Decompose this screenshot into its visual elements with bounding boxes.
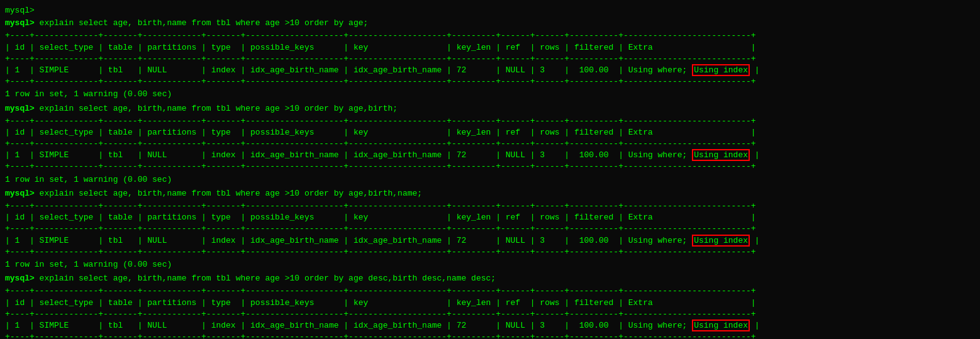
query-block-3: mysql> explain select age, birth,name fr… xyxy=(5,188,975,270)
data-row-3: | 1 | SIMPLE | tbl | NULL | index | idx_… xyxy=(5,235,975,247)
separator-bot-1: +----+-------------+-------+------------… xyxy=(5,76,975,87)
result-3: 1 row in set, 1 warning (0.00 sec) xyxy=(5,259,975,270)
sql-command-2: explain select age, birth,name from tbl … xyxy=(40,104,398,113)
query-block-4: mysql> explain select age, birth,name fr… xyxy=(5,273,975,339)
terminal: mysql> mysql> explain select age, birth,… xyxy=(5,5,975,339)
highlight-using-index-4: Using index xyxy=(692,320,750,331)
separator-mid-2: +----+-------------+-------+------------… xyxy=(5,138,975,150)
highlight-using-index-3: Using index xyxy=(692,235,750,247)
command-3: mysql> explain select age, birth,name fr… xyxy=(5,188,975,199)
query-block-1: mysql> explain select age, birth,name fr… xyxy=(5,18,975,100)
separator-top-3: +----+-------------+-------+------------… xyxy=(5,201,975,212)
initial-prompt: mysql> xyxy=(5,5,975,16)
data-row-4: | 1 | SIMPLE | tbl | NULL | index | idx_… xyxy=(5,320,975,331)
sql-command-3: explain select age, birth,name from tbl … xyxy=(40,189,423,198)
command-2: mysql> explain select age, birth,name fr… xyxy=(5,103,975,114)
separator-bot-2: +----+-------------+-------+------------… xyxy=(5,161,975,172)
result-1: 1 row in set, 1 warning (0.00 sec) xyxy=(5,89,975,100)
sql-command-4: explain select age, birth,name from tbl … xyxy=(40,274,496,283)
sql-command-1: explain select age, birth,name from tbl … xyxy=(40,18,369,28)
separator-mid-1: +----+-------------+-------+------------… xyxy=(5,53,975,65)
separator-bot-3: +----+-------------+-------+------------… xyxy=(5,247,975,258)
header-1: | id | select_type | table | partitions … xyxy=(5,42,975,53)
result-2: 1 row in set, 1 warning (0.00 sec) xyxy=(5,174,975,186)
separator-top-4: +----+-------------+-------+------------… xyxy=(5,286,975,297)
highlight-using-index-1: Using index xyxy=(692,64,750,76)
command-1: mysql> explain select age, birth,name fr… xyxy=(5,18,975,29)
command-4: mysql> explain select age, birth,name fr… xyxy=(5,273,975,284)
header-2: | id | select_type | table | partitions … xyxy=(5,127,975,138)
highlight-using-index-2: Using index xyxy=(692,149,750,161)
separator-top-1: +----+-------------+-------+------------… xyxy=(5,30,975,42)
separator-top-2: +----+-------------+-------+------------… xyxy=(5,116,975,127)
separator-mid-3: +----+-------------+-------+------------… xyxy=(5,223,975,235)
header-3: | id | select_type | table | partitions … xyxy=(5,212,975,223)
separator-mid-4: +----+-------------+-------+------------… xyxy=(5,309,975,320)
header-4: | id | select_type | table | partitions … xyxy=(5,297,975,309)
data-row-1: | 1 | SIMPLE | tbl | NULL | index | idx_… xyxy=(5,65,975,76)
separator-bot-4: +----+-------------+-------+------------… xyxy=(5,331,975,339)
query-block-2: mysql> explain select age, birth,name fr… xyxy=(5,103,975,186)
data-row-2: | 1 | SIMPLE | tbl | NULL | index | idx_… xyxy=(5,150,975,161)
